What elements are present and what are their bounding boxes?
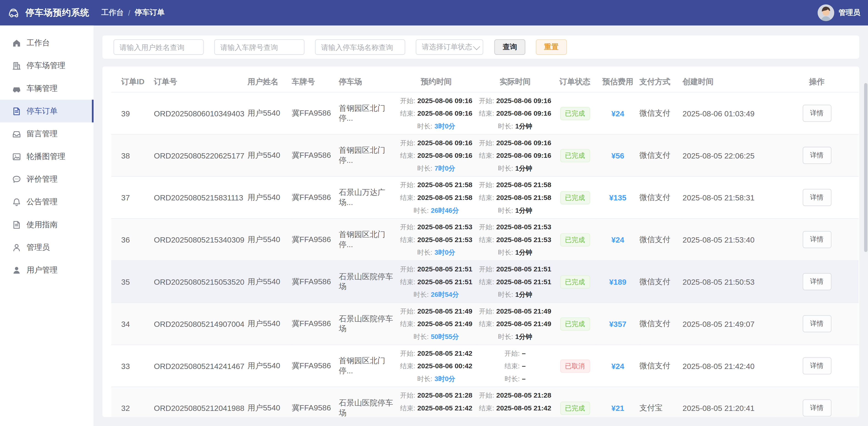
order-no-cell: ORD20250805215831113 [154,176,247,218]
user-outline-icon [12,243,21,252]
table-header-row: 订单ID订单号用户姓名车牌号停车场预约时间实际时间订单状态预估费用支付方式创建时… [111,72,859,92]
status-badge: 已完成 [560,149,590,162]
created-time-cell: 2025-08-05 21:58:31 [683,176,775,218]
bell-icon [12,197,21,207]
fee-cell: ¥56 [596,134,640,176]
sidebar-item-9[interactable]: 管理员 [0,236,94,258]
car-icon [12,84,21,93]
sidebar-item-7[interactable]: 公告管理 [0,190,94,213]
booked-time-cell: 开始: 2025-08-05 21:42 结束: 2025-08-06 00:4… [396,345,476,387]
detail-button[interactable]: 详情 [802,231,831,248]
column-header: 实际时间 [476,72,554,92]
booked-time-cell: 开始: 2025-08-06 09:16 结束: 2025-08-06 09:1… [396,134,476,176]
lot-cell: 石景山医院停车场 [339,303,396,345]
status-badge: 已取消 [560,359,590,372]
user-name-input[interactable] [114,39,204,55]
order-status-select[interactable]: 请选择订单状态 [416,39,483,55]
sidebar-item-label: 管理员 [27,242,50,252]
plate-cell: 冀FFA9586 [291,218,339,261]
actual-time-cell: 开始: – 结束: – 时长: – [476,345,554,387]
query-button[interactable]: 查询 [494,39,525,55]
breadcrumb-separator: / [128,8,130,17]
sidebar-item-label: 工作台 [27,38,50,48]
car-logo-icon [8,7,21,18]
chat-icon [12,175,21,184]
order-status-select-placeholder: 请选择订单状态 [422,42,472,52]
fee-cell: ¥24 [596,218,640,261]
sidebar-item-0[interactable]: 工作台 [0,32,94,54]
pay-method-cell: 微信支付 [639,134,683,176]
column-header: 用户姓名 [247,72,291,92]
pay-method-cell: 微信支付 [639,92,683,134]
reset-button[interactable]: 重置 [536,39,567,55]
sidebar-menu: 工作台停车场管理车辆管理停车订单留言管理轮播图管理评价管理公告管理使用指南管理员… [0,25,94,426]
detail-button[interactable]: 详情 [802,189,831,206]
pay-method-cell: 微信支付 [639,261,683,303]
detail-button[interactable]: 详情 [802,315,831,332]
plate-cell: 冀FFA9586 [291,176,339,218]
building-icon [12,61,21,70]
breadcrumb-workbench[interactable]: 工作台 [101,8,124,18]
user-name-cell: 用户5540 [247,303,291,345]
status-badge: 已完成 [560,233,590,246]
user-name-cell: 用户5540 [247,345,291,387]
detail-button[interactable]: 详情 [802,147,831,164]
lot-name-input[interactable] [315,39,405,55]
action-cell: 详情 [775,92,859,134]
status-cell: 已取消 [554,345,596,387]
user-name-cell: 用户5540 [247,134,291,176]
lot-cell: 首钢园区北门停... [339,134,396,176]
fee-value: ¥357 [609,319,626,328]
sidebar-item-4[interactable]: 留言管理 [0,122,94,145]
actual-time-cell: 开始: 2025-08-05 21:49 结束: 2025-08-05 21:4… [476,303,554,345]
fee-cell: ¥21 [596,387,640,417]
fee-cell: ¥24 [596,92,640,134]
sidebar-item-label: 车辆管理 [27,83,58,93]
order-no-cell: ORD20250805215340309 [154,218,247,261]
lot-cell: 石景山万达广场... [339,176,396,218]
action-cell: 详情 [775,303,859,345]
order-no-cell: ORD20250805212041988 [154,387,247,417]
sidebar-item-10[interactable]: 用户管理 [0,258,94,281]
column-header: 预约时间 [396,72,476,92]
user-name-cell: 用户5540 [247,387,291,417]
table-row: 36 ORD20250805215340309 用户5540 冀FFA9586 … [111,218,859,261]
sidebar-item-5[interactable]: 轮播图管理 [0,145,94,168]
sidebar-item-6[interactable]: 评价管理 [0,168,94,190]
actual-time-cell: 开始: 2025-08-05 21:53 结束: 2025-08-05 21:5… [476,218,554,261]
pay-method-cell: 微信支付 [639,176,683,218]
detail-button[interactable]: 详情 [802,357,831,374]
admin-name[interactable]: 管理员 [839,8,860,18]
fee-value: ¥24 [611,109,624,118]
sidebar-item-label: 评价管理 [27,174,58,184]
detail-button[interactable]: 详情 [802,105,831,122]
sidebar-item-1[interactable]: 停车场管理 [0,54,94,77]
pay-method-cell: 微信支付 [639,345,683,387]
status-cell: 已完成 [554,303,596,345]
pay-method-cell: 微信支付 [639,218,683,261]
detail-button[interactable]: 详情 [802,399,831,417]
order-id-cell: 32 [111,387,154,417]
detail-button[interactable]: 详情 [802,273,831,290]
table-row: 38 ORD20250805220625177 用户5540 冀FFA9586 … [111,134,859,176]
sidebar-item-2[interactable]: 车辆管理 [0,77,94,100]
plate-number-input[interactable] [214,39,305,55]
order-no-cell: ORD20250806010349403 [154,92,247,134]
fee-value: ¥21 [611,403,624,413]
status-cell: 已完成 [554,134,596,176]
table-row: 32 ORD20250805212041988 用户5540 冀FFA9586 … [111,387,859,417]
user-name-cell: 用户5540 [247,176,291,218]
actual-time-cell: 开始: 2025-08-05 21:58 结束: 2025-08-05 21:5… [476,176,554,218]
vertical-scrollbar-thumb[interactable] [864,83,868,252]
order-id-cell: 35 [111,261,154,303]
chevron-down-icon [473,43,480,50]
column-header: 停车场 [339,72,396,92]
sidebar-item-8[interactable]: 使用指南 [0,213,94,236]
sidebar-item-3[interactable]: 停车订单 [0,100,94,122]
action-cell: 详情 [775,345,859,387]
fee-value: ¥135 [609,193,626,202]
order-id-cell: 34 [111,303,154,345]
avatar[interactable] [818,4,834,21]
orders-table: 订单ID订单号用户姓名车牌号停车场预约时间实际时间订单状态预估费用支付方式创建时… [111,72,859,417]
order-no-cell: ORD20250805214907004 [154,303,247,345]
